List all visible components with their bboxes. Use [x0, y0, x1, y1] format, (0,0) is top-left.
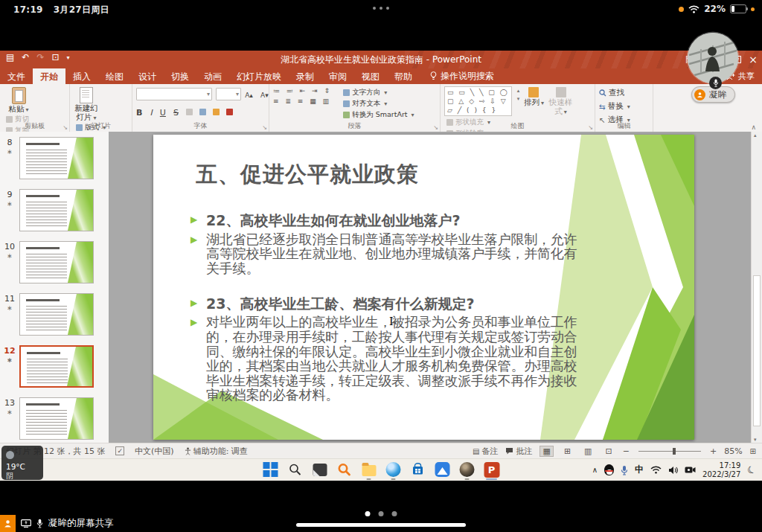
underline-button[interactable]: U	[160, 108, 166, 118]
thumbnail-slide-13[interactable]: 13∗	[0, 397, 109, 440]
align-text-button[interactable]: 对齐文本▾	[343, 99, 414, 109]
microphone-tray-icon[interactable]	[621, 465, 628, 475]
file-explorer-button[interactable]	[360, 461, 378, 478]
taskbar-clock[interactable]: 17:19 2022/3/27	[702, 461, 740, 479]
text-direction-button[interactable]: 文字方向▾	[343, 88, 414, 97]
tab-record[interactable]: 录制	[289, 68, 321, 84]
animation-star-icon: ∗	[0, 148, 19, 157]
home-indicator[interactable]	[296, 523, 466, 527]
shrink-font-button[interactable]: A▾	[260, 92, 269, 99]
tray-volume-icon[interactable]	[668, 466, 678, 475]
accessibility-status[interactable]: 辅助功能: 调查	[185, 446, 248, 457]
collapse-ribbon-icon[interactable]: ∧	[751, 124, 756, 131]
view-normal-button[interactable]: ▦	[540, 446, 553, 457]
notes-toggle[interactable]: ▤备注	[473, 446, 498, 457]
night-light-moon-icon[interactable]: ☾	[746, 463, 758, 476]
zoom-in-button[interactable]: +	[710, 446, 717, 456]
close-window-icon[interactable]: ×	[749, 54, 758, 65]
quick-styles-button[interactable]: 快速样式▾	[548, 86, 574, 115]
thumbnail-slide-9[interactable]: 9∗	[0, 189, 109, 231]
start-button[interactable]	[262, 461, 280, 478]
taskbar-app-dark-sphere-icon[interactable]	[458, 461, 476, 478]
text-shadow-button[interactable]	[186, 109, 193, 115]
webcam-mic-badge-icon[interactable]	[709, 77, 722, 89]
strikethrough-button[interactable]: S	[173, 108, 179, 118]
tab-file[interactable]: 文件	[0, 68, 33, 84]
new-slide-button[interactable]: 新建幻灯片▾	[74, 86, 99, 121]
taskbar-app-orange-search-icon[interactable]	[336, 461, 353, 478]
character-spacing-button[interactable]	[199, 109, 206, 115]
slide-title[interactable]: 五、促进公平就业政策	[196, 160, 419, 190]
tray-overflow-chevron-icon[interactable]: ∧	[592, 466, 598, 474]
convert-smartart-button[interactable]: 转换为 SmartArt▾	[343, 110, 414, 120]
share-user-button[interactable]	[0, 515, 16, 532]
thumbnail-slide-11[interactable]: 11∗	[0, 293, 109, 336]
spell-check-icon[interactable]: ✓	[115, 446, 124, 455]
dialog-launcher-icon[interactable]: ↘	[433, 124, 438, 131]
taskbar-app-blue-mountain-icon[interactable]	[434, 461, 452, 478]
language-status[interactable]: 中文(中国)	[135, 446, 174, 457]
fit-to-window-icon[interactable]: ⊞	[750, 447, 756, 455]
font-color-button[interactable]	[226, 109, 233, 115]
tab-view[interactable]: 视图	[354, 68, 387, 84]
dialog-launcher-icon[interactable]: ↘	[262, 124, 267, 131]
alignment-buttons[interactable]: ≡ ≣ ≡ ▦ ▥	[273, 97, 332, 107]
dialog-launcher-icon[interactable]: ↘	[588, 124, 593, 131]
tab-animations[interactable]: 动画	[196, 68, 229, 84]
recording-indicator-icon	[679, 7, 684, 12]
comments-toggle[interactable]: 批注	[505, 446, 532, 457]
taskbar-browser-globe-icon[interactable]	[385, 461, 403, 478]
italic-button[interactable]: I	[150, 108, 152, 118]
tray-camera-icon[interactable]	[685, 466, 696, 474]
zoom-out-button[interactable]: −	[623, 446, 630, 456]
tab-design[interactable]: 设计	[131, 68, 164, 84]
font-size-select[interactable]: ▾	[216, 88, 241, 100]
list-indent-spacing-buttons[interactable]: ≔ ≕ ⇤ ⇥ ⇕	[273, 86, 332, 97]
bold-button[interactable]: B	[136, 108, 142, 118]
tab-review[interactable]: 审阅	[321, 68, 354, 84]
paste-button[interactable]: 粘贴▾	[4, 86, 33, 113]
weather-widget[interactable]: 19°C 阴	[1, 446, 43, 480]
thumbnail-slide-12-selected[interactable]: 12∗	[0, 345, 109, 388]
view-reading-button[interactable]: ▥	[581, 446, 595, 457]
ime-indicator[interactable]: 中	[635, 464, 644, 476]
tab-slideshow[interactable]: 幻灯片放映	[229, 68, 289, 84]
tray-wifi-icon[interactable]	[650, 466, 662, 474]
webcam-video-thumbnail[interactable]	[688, 33, 738, 83]
microsoft-store-button[interactable]	[409, 461, 427, 478]
shapes-gallery[interactable]: ▭ ▭ ╲ ╲ ▢ ◯ ▢ △ ◇ ⇨ ⇩ ▽ ▱ ╱ ( ) { }	[444, 86, 512, 116]
slide-body-text[interactable]: ▶ 22、高校毕业生如何在就业创业地落户? ▶ 湖北省已经逐步取消全日制普通高等…	[190, 212, 585, 403]
taskbar-search-button[interactable]	[286, 461, 304, 478]
taskbar-app-dark-window-icon[interactable]	[311, 461, 329, 478]
shapes-gallery-scroll[interactable]: ▴▾	[517, 86, 520, 102]
zoom-slider-thumb[interactable]	[673, 448, 676, 455]
dialog-launcher-icon[interactable]: ↘	[63, 124, 68, 131]
screen-share-icon	[21, 519, 31, 528]
replace-button[interactable]: ⇆替换▾	[599, 101, 630, 112]
highlight-color-button[interactable]	[213, 109, 220, 115]
page-indicator-dots	[365, 511, 397, 516]
font-name-select[interactable]: ▾	[136, 88, 212, 100]
tab-insert[interactable]: 插入	[65, 68, 98, 84]
multitask-dots-icon[interactable]	[373, 7, 389, 10]
view-slide-sorter-button[interactable]: ⊞	[561, 446, 574, 457]
ppt-status-bar: 幻灯片 第 12 张，共 15 张 ✓ 中文(中国) 辅助功能: 调查 ▤备注 …	[0, 443, 762, 458]
view-slideshow-button[interactable]: ⊡	[603, 446, 615, 457]
thumbnail-slide-10[interactable]: 10∗	[0, 241, 109, 283]
zoom-level[interactable]: 85%	[724, 446, 742, 456]
weather-cloud-icon	[6, 451, 14, 459]
find-button[interactable]: 查找	[599, 88, 630, 98]
grow-font-button[interactable]: A▴	[245, 92, 253, 99]
tab-help[interactable]: 帮助	[387, 68, 420, 84]
zoom-slider[interactable]	[638, 451, 701, 452]
tab-draw[interactable]: 绘图	[98, 68, 131, 84]
screen-share-bar: 凝眸的屏幕共享	[0, 515, 114, 532]
arrange-button[interactable]: 排列▾	[523, 86, 544, 106]
tell-me-search[interactable]: 操作说明搜索	[430, 68, 494, 84]
tab-home[interactable]: 开始	[33, 68, 65, 84]
slide-canvas[interactable]: 五、促进公平就业政策 ▶ 22、高校毕业生如何在就业创业地落户? ▶ 湖北省已经…	[153, 135, 694, 440]
qq-tray-icon[interactable]	[604, 464, 614, 475]
thumbnail-slide-8[interactable]: 8∗	[0, 137, 109, 179]
powerpoint-taskbar-button[interactable]: P	[483, 461, 501, 478]
tab-transitions[interactable]: 切换	[164, 68, 196, 84]
